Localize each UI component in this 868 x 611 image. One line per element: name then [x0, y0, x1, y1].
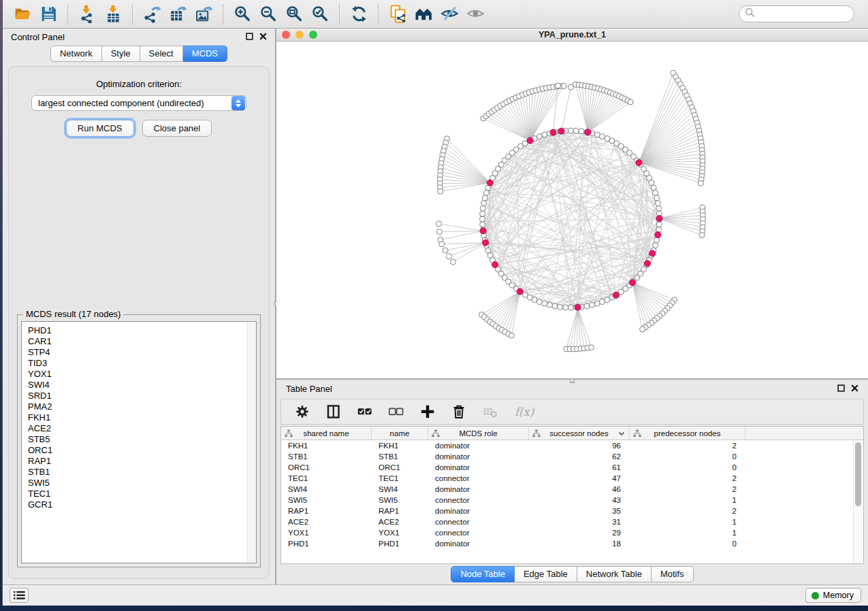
criterion-select[interactable]: largest connected component (undirected)	[31, 95, 246, 111]
mcds-result-item[interactable]: ORC1	[28, 445, 256, 456]
table-row[interactable]: ACE2ACE2connector311	[281, 516, 863, 527]
table-row[interactable]: RAP1RAP1dominator352	[281, 506, 863, 516]
tab-style[interactable]: Style	[102, 46, 140, 62]
mcds-result-item[interactable]: GCR1	[28, 499, 256, 510]
zoom-selected-button[interactable]	[307, 3, 333, 26]
close-panel-icon[interactable]	[259, 32, 267, 42]
table-row[interactable]: TEC1TEC1connector472	[281, 473, 863, 484]
table-row[interactable]: SWI4SWI4dominator462	[281, 484, 863, 495]
memory-button[interactable]: Memory	[805, 588, 861, 603]
table-row[interactable]: SWI5SWI5connector431	[281, 495, 863, 506]
close-panel-icon[interactable]	[851, 384, 858, 394]
save-session-button[interactable]	[35, 3, 61, 26]
column-header-name[interactable]: name	[372, 427, 428, 440]
mcds-result-item[interactable]: SRD1	[28, 391, 256, 401]
table-row[interactable]: STB1STB1dominator620	[281, 451, 863, 462]
tab-edge-table[interactable]: Edge Table	[515, 566, 577, 582]
tab-node-table[interactable]: Node Table	[451, 566, 515, 582]
task-history-button[interactable]	[10, 588, 29, 603]
refresh-layout-button[interactable]	[346, 3, 372, 26]
hide-selected-icon	[440, 5, 459, 23]
float-panel-icon[interactable]	[837, 384, 845, 394]
cell-predecessor-nodes: 0	[630, 540, 745, 548]
export-image-icon	[195, 5, 213, 23]
mcds-result-item[interactable]: CAR1	[28, 336, 256, 347]
open-file-button[interactable]	[10, 3, 35, 26]
mcds-result-item[interactable]: ACE2	[28, 423, 256, 434]
export-network-button[interactable]	[139, 3, 165, 26]
float-panel-icon[interactable]	[246, 32, 253, 42]
cell-MCDS-role: connector	[428, 518, 529, 526]
column-header-shared-name[interactable]: shared name	[281, 427, 372, 440]
tab-motifs[interactable]: Motifs	[652, 566, 694, 582]
close-panel-button[interactable]: Close panel	[142, 120, 212, 137]
mcds-result-item[interactable]: SWI4	[28, 380, 256, 391]
column-label: MCDS role	[459, 429, 497, 437]
network-window-titlebar[interactable]: YPA_prune.txt_1	[276, 29, 868, 42]
show-all-button[interactable]	[462, 3, 488, 26]
cell-predecessor-nodes: 1	[630, 529, 745, 537]
zoom-fit-button[interactable]	[281, 3, 307, 26]
zoom-in-button[interactable]	[229, 3, 255, 26]
show-columns-button[interactable]	[326, 404, 341, 419]
import-network-button[interactable]	[74, 3, 100, 26]
table-scrollbar[interactable]	[853, 440, 863, 563]
settings-gear-button[interactable]	[295, 404, 310, 419]
tab-network[interactable]: Network	[50, 46, 102, 62]
zoom-out-button[interactable]	[255, 3, 281, 26]
mcds-result-item[interactable]: TEC1	[28, 489, 256, 499]
delete-table-button	[483, 404, 498, 419]
column-header-predecessor-nodes[interactable]: predecessor nodes	[630, 427, 745, 440]
horizontal-split-grip[interactable]	[570, 378, 575, 383]
network-graph[interactable]	[276, 42, 868, 378]
table-panel-tabs: Node TableEdge TableNetwork TableMotifs	[451, 566, 693, 582]
hide-selected-button[interactable]	[436, 3, 462, 26]
table-row[interactable]: FKH1FKH1dominator962	[281, 440, 863, 451]
first-neighbors-button[interactable]	[411, 3, 436, 26]
copy-network-icon	[389, 5, 407, 23]
mcds-result-item[interactable]: RAP1	[28, 456, 256, 467]
open-file-icon	[14, 5, 32, 23]
add-column-button[interactable]	[420, 404, 435, 419]
search-field[interactable]	[739, 5, 854, 22]
cell-successor-nodes: 18	[529, 540, 630, 548]
column-label: predecessor nodes	[654, 429, 721, 437]
column-header-MCDS-role[interactable]: MCDS role	[428, 427, 529, 440]
import-network-icon	[78, 5, 97, 23]
mcds-result-item[interactable]: YOX1	[28, 369, 256, 380]
mcds-result-item[interactable]: TID3	[28, 358, 256, 369]
column-header-filler	[745, 427, 863, 440]
delete-column-button[interactable]	[451, 404, 466, 419]
deselect-all-rows-button[interactable]	[389, 404, 404, 419]
copy-network-button[interactable]	[385, 3, 411, 26]
mcds-result-item[interactable]: STB1	[28, 467, 256, 478]
column-header-successor-nodes[interactable]: successor nodes	[529, 427, 630, 440]
mcds-result-item[interactable]: SWI5	[28, 478, 256, 489]
cell-successor-nodes: 29	[529, 529, 630, 537]
mcds-result-list[interactable]: PHD1CAR1STP4TID3YOX1SWI4SRD1PMA2FKH1ACE2…	[21, 321, 257, 563]
show-columns-icon	[326, 404, 341, 419]
tab-select[interactable]: Select	[140, 46, 183, 62]
table-toolbar: f(x)	[280, 399, 864, 425]
mcds-result-scrollbar[interactable]	[247, 322, 256, 563]
tab-network-table[interactable]: Network Table	[577, 566, 652, 582]
import-table-button[interactable]	[100, 3, 126, 26]
run-mcds-button[interactable]: Run MCDS	[66, 120, 134, 137]
search-input[interactable]	[758, 9, 848, 20]
network-canvas[interactable]	[276, 42, 868, 378]
mcds-result-item[interactable]: STP4	[28, 347, 256, 358]
mcds-result-item[interactable]: PHD1	[28, 325, 256, 336]
table-panel: Table Panel f(x) shared namenameMCDS rol…	[276, 380, 868, 584]
table-row[interactable]: YOX1YOX1connector291	[281, 527, 863, 538]
toolbar-separator	[132, 4, 133, 24]
export-image-button[interactable]	[191, 3, 216, 26]
select-all-rows-button[interactable]	[357, 404, 372, 419]
mcds-result-item[interactable]: STB5	[28, 434, 256, 445]
mcds-result-item[interactable]: PMA2	[28, 401, 256, 412]
table-row[interactable]: ORC1ORC1dominator610	[281, 462, 863, 473]
table-row[interactable]: PHD1PHD1dominator180	[281, 538, 863, 549]
export-table-button[interactable]	[165, 3, 191, 26]
tab-mcds[interactable]: MCDS	[183, 46, 227, 62]
mcds-result-item[interactable]: FKH1	[28, 412, 256, 423]
scrollbar-thumb[interactable]	[855, 442, 861, 506]
